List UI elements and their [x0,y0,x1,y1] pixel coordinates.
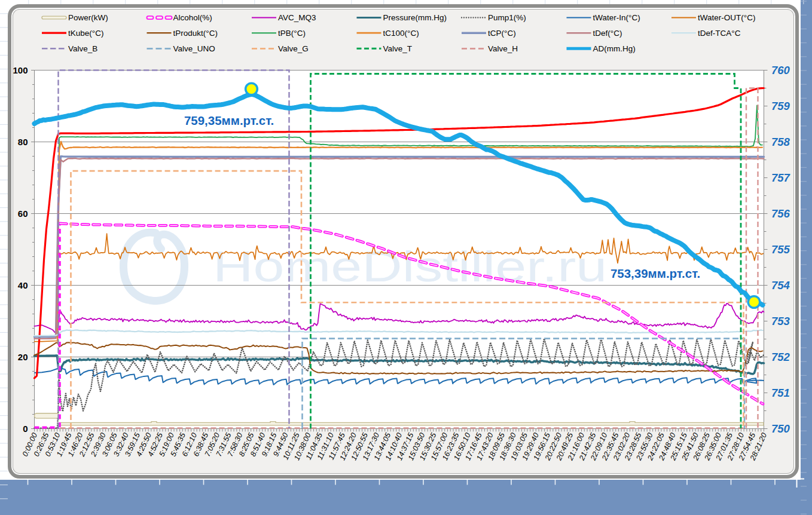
svg-text:Valve_H: Valve_H [488,44,518,53]
svg-text:754: 754 [771,279,790,292]
svg-text:60: 60 [18,209,28,219]
svg-text:Alcohol(%): Alcohol(%) [173,13,212,22]
svg-text:tWater-In(°C): tWater-In(°C) [593,13,640,22]
svg-text:750: 750 [771,422,790,435]
svg-text:756: 756 [771,207,790,220]
svg-text:757: 757 [771,171,791,184]
svg-text:tDef-TCA°C: tDef-TCA°C [698,29,741,38]
svg-text:753,39мм.рт.ст.: 753,39мм.рт.ст. [610,266,700,280]
svg-text:Pressure(mm.Hg): Pressure(mm.Hg) [383,13,447,22]
svg-text:751: 751 [771,387,790,399]
svg-text:80: 80 [18,137,28,147]
svg-text:Valve_UNO: Valve_UNO [173,44,215,53]
svg-text:Power(kW): Power(kW) [68,13,108,22]
svg-text:755: 755 [771,243,790,256]
svg-text:tProdukt(°C): tProdukt(°C) [173,29,218,38]
svg-text:40: 40 [18,280,28,290]
svg-text:0: 0 [23,424,28,434]
svg-text:759,35мм.рт.ст.: 759,35мм.рт.ст. [184,114,274,127]
svg-text:tPB(°C): tPB(°C) [278,29,306,38]
svg-text:Valve_G: Valve_G [278,44,309,53]
svg-text:760: 760 [771,64,790,76]
svg-text:Valve_T: Valve_T [383,44,413,53]
svg-text:tC100(°C): tC100(°C) [383,29,419,38]
svg-text:Pump1(%): Pump1(%) [488,13,526,22]
svg-text:752: 752 [771,351,790,363]
svg-text:759: 759 [771,100,790,112]
svg-text:758: 758 [771,136,790,148]
svg-text:AVC_MQ3: AVC_MQ3 [278,13,316,22]
svg-text:100: 100 [13,65,28,75]
svg-text:tKube(°C): tKube(°C) [68,29,103,38]
svg-text:Valve_B: Valve_B [68,44,97,53]
svg-text:HomeDistiller.ru: HomeDistiller.ru [213,242,607,291]
svg-text:tDef(°C): tDef(°C) [593,29,622,38]
svg-text:AD(mm.Hg): AD(mm.Hg) [593,44,636,53]
svg-text:tWater-OUT(°C): tWater-OUT(°C) [698,13,755,22]
svg-text:753: 753 [771,315,790,327]
svg-text:tCP(°C): tCP(°C) [488,29,516,38]
svg-text:20: 20 [18,352,28,362]
